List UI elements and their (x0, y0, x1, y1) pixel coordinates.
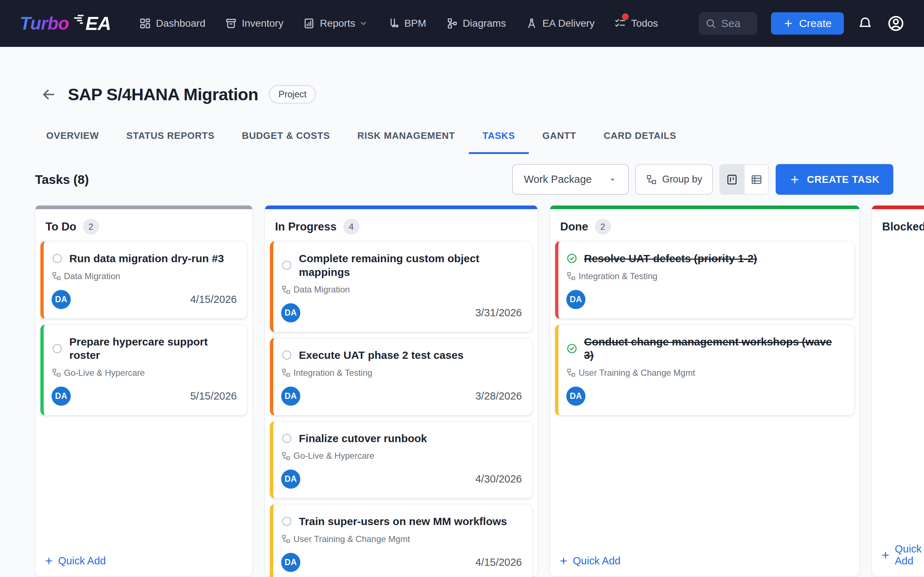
task-title: Train super-users on new MM workflows (299, 515, 507, 528)
group-by-label: Group by (662, 174, 702, 185)
nav-item-bpm[interactable]: BPM (387, 17, 426, 29)
kanban-column-in-progress: In Progress 4 Complete remaining custom … (265, 205, 538, 577)
task-title: Prepare hypercare support roster (69, 335, 237, 362)
task-checkbox-circle-icon[interactable] (281, 433, 292, 444)
task-work-package: Data Migration (282, 285, 522, 295)
nav-item-reports[interactable]: Reports (303, 17, 368, 29)
quick-add-button[interactable]: Quick Add (36, 548, 252, 576)
assignee-avatar: DA (566, 290, 585, 309)
column-count-badge: 2 (595, 219, 611, 235)
assignee-avatar: DA (52, 387, 71, 406)
create-task-button[interactable]: CREATE TASK (775, 164, 893, 195)
notifications-button[interactable] (858, 16, 873, 31)
work-package-icon (282, 285, 290, 294)
task-card-footer: DA 4/15/2026 (52, 290, 237, 309)
nav-item-label: Todos (631, 18, 658, 29)
assignee-avatar: DA (566, 387, 585, 406)
dropdown-arrow-icon (608, 175, 617, 184)
nav-item-label: Inventory (242, 18, 283, 29)
group-by-button[interactable]: Group by (635, 164, 713, 195)
create-button-label: Create (799, 17, 832, 29)
task-checkbox-circle-icon[interactable] (281, 516, 292, 527)
tab-risk-management[interactable]: RISK MANAGEMENT (344, 127, 469, 154)
nav-item-ea-delivery[interactable]: EA Delivery (525, 17, 595, 29)
kanban-column-done: Done 2 Resolve UAT defects (priority 1-2… (550, 205, 860, 577)
chevron-down-icon (359, 19, 368, 28)
assignee-avatar: DA (281, 553, 300, 572)
task-card[interactable]: Finalize cutover runbook Go-Live & Hyper… (270, 421, 532, 499)
column-header: Blocked (872, 209, 924, 239)
task-checkbox-circle-icon[interactable] (281, 350, 292, 361)
logo-turbo-text: Turbo (20, 13, 69, 34)
back-button[interactable] (40, 86, 57, 103)
tab-tasks[interactable]: TASKS (469, 127, 529, 154)
tab-gantt[interactable]: GANTT (529, 127, 590, 154)
list-view-button[interactable] (745, 165, 769, 194)
task-card[interactable]: Train super-users on new MM workflows Us… (270, 504, 532, 577)
task-card[interactable]: Execute UAT phase 2 test cases Integrati… (270, 338, 532, 416)
task-title: Resolve UAT defects (priority 1-2) (584, 252, 757, 266)
task-card-top: Prepare hypercare support roster (52, 335, 237, 362)
create-button[interactable]: Create (771, 12, 844, 35)
task-card-footer: DA 4/15/2026 (281, 553, 522, 572)
task-due-date: 4/15/2026 (475, 556, 522, 568)
group-by-icon (646, 174, 657, 185)
quick-add-button[interactable]: Quick Add (872, 536, 924, 576)
quick-add-button[interactable]: Quick Add (550, 548, 859, 576)
task-card-top: Resolve UAT defects (priority 1-2) (566, 252, 844, 266)
nav-item-label: Dashboard (156, 18, 205, 29)
view-toggle (719, 164, 769, 195)
task-card-top: Train super-users on new MM workflows (281, 515, 522, 528)
tab-bar: OVERVIEW STATUS REPORTS BUDGET & COSTS R… (32, 127, 889, 154)
task-checkbox-circle-icon[interactable] (52, 253, 63, 264)
task-checkbox-circle-icon[interactable] (281, 259, 292, 271)
search-input[interactable] (721, 17, 751, 29)
task-card[interactable]: Resolve UAT defects (priority 1-2) Integ… (555, 241, 855, 319)
app-logo[interactable]: Turbo EA (20, 13, 111, 34)
task-due-date: 4/15/2026 (190, 293, 237, 305)
nav-item-todos[interactable]: Todos (614, 17, 658, 29)
plus-icon (559, 556, 569, 566)
profile-button[interactable] (887, 14, 905, 33)
kanban-board: To Do 2 Run data migration dry-run #3 Da… (35, 205, 924, 577)
task-work-package: Data Migration (52, 271, 237, 281)
task-card-top: Conduct change management workshops (wav… (566, 335, 844, 362)
search-box[interactable] (699, 12, 757, 35)
work-package-label: Integration & Testing (294, 368, 372, 378)
bell-icon (858, 16, 873, 31)
task-card[interactable]: Run data migration dry-run #3 Data Migra… (40, 241, 247, 319)
tab-budget-costs[interactable]: BUDGET & COSTS (228, 127, 344, 154)
nav-item-label: EA Delivery (543, 18, 595, 29)
check-circle-icon[interactable] (566, 343, 577, 354)
user-icon (887, 14, 905, 33)
check-circle-icon[interactable] (566, 253, 577, 264)
task-checkbox-circle-icon[interactable] (52, 343, 63, 354)
column-accent-bar (550, 206, 859, 209)
speed-lines-icon (73, 15, 87, 25)
nav-item-dashboard[interactable]: Dashboard (139, 17, 205, 29)
task-work-package: User Training & Change Mgmt (282, 534, 522, 544)
tab-overview[interactable]: OVERVIEW (32, 127, 113, 154)
tab-status-reports[interactable]: STATUS REPORTS (113, 127, 228, 154)
diagrams-icon (446, 17, 458, 29)
nav-item-inventory[interactable]: Inventory (225, 17, 283, 29)
task-card[interactable]: Complete remaining custom object mapping… (270, 241, 532, 332)
work-package-label: Go-Live & Hypercare (64, 368, 145, 378)
ea-delivery-icon (525, 17, 538, 29)
nav-item-diagrams[interactable]: Diagrams (446, 17, 506, 29)
task-card[interactable]: Prepare hypercare support roster Go-Live… (40, 324, 247, 416)
plus-icon (783, 18, 793, 29)
kanban-view-icon (726, 174, 738, 186)
task-card-top: Execute UAT phase 2 test cases (281, 348, 522, 362)
work-package-dropdown[interactable]: Work Package (512, 164, 629, 195)
tab-card-details[interactable]: CARD DETAILS (590, 127, 690, 154)
dashboard-icon (139, 17, 151, 29)
task-card[interactable]: Conduct change management workshops (wav… (555, 324, 855, 416)
quick-add-label: Quick Add (573, 555, 620, 567)
work-package-label: Go-Live & Hypercare (294, 451, 374, 461)
task-title: Execute UAT phase 2 test cases (299, 348, 464, 362)
kanban-view-button[interactable] (720, 165, 744, 194)
bpm-icon (387, 17, 399, 29)
toolbar-controls: Work Package Group by (512, 164, 893, 195)
work-package-label: Data Migration (294, 285, 350, 295)
